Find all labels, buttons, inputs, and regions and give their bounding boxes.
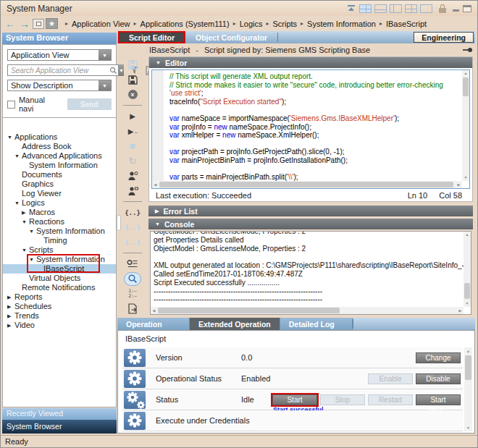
console-output[interactable]: ObjectModel : GmsLicenseMode, Properties… bbox=[150, 231, 471, 315]
find-icon[interactable] bbox=[124, 272, 141, 286]
user-assign-icon[interactable] bbox=[124, 169, 141, 183]
user-remove-icon[interactable] bbox=[124, 185, 141, 198]
scroll-left-icon[interactable]: ◀ bbox=[152, 181, 159, 188]
export-page-icon[interactable] bbox=[124, 302, 141, 316]
collapse-icon[interactable]: ▼ bbox=[14, 151, 22, 161]
breadcrumb-item[interactable]: Scripts bbox=[272, 20, 297, 28]
console-horizontal-scrollbar[interactable]: ◀ ▶ bbox=[151, 307, 464, 314]
editor-header[interactable]: ▼ Editor bbox=[149, 57, 472, 68]
stop-icon[interactable]: ■ bbox=[124, 139, 141, 153]
engineering-mode-button[interactable]: Engineering bbox=[414, 32, 474, 43]
tree-item-scripts[interactable]: ▼Scripts bbox=[3, 245, 116, 255]
console-header[interactable]: ▼ Console bbox=[148, 219, 473, 229]
stop-button[interactable]: Stop bbox=[320, 394, 365, 405]
tab-detailed-log[interactable]: Detailed Log bbox=[280, 318, 353, 330]
editor-horizontal-scrollbar[interactable]: ◀ ▶ bbox=[152, 181, 462, 188]
snippet-export-icon[interactable]: {..} bbox=[124, 236, 141, 250]
collapse-icon[interactable]: ▼ bbox=[29, 227, 36, 236]
layout-bottom-icon[interactable] bbox=[374, 4, 387, 13]
scroll-up-icon[interactable]: ▲ bbox=[464, 232, 471, 238]
scrollbar-thumb[interactable] bbox=[465, 355, 471, 380]
tree-item-reactions[interactable]: ▼Reactions bbox=[3, 217, 116, 227]
back-button[interactable]: ← bbox=[4, 18, 17, 30]
scroll-down-icon[interactable]: ▼ bbox=[464, 424, 472, 431]
tree-item-timing[interactable]: Timing bbox=[3, 236, 116, 245]
breadcrumb-item[interactable]: IBaseScript bbox=[386, 20, 427, 28]
tree-item-advanced-applications[interactable]: ▼Advanced Applications bbox=[3, 151, 116, 161]
editor-vertical-scrollbar[interactable]: ▲ ▼ bbox=[462, 70, 469, 181]
search-input[interactable] bbox=[8, 65, 109, 75]
recently-viewed-bar[interactable]: Recently Viewed bbox=[2, 408, 117, 420]
tree-item-applications[interactable]: ▼Applications bbox=[3, 132, 116, 142]
layout-single-icon[interactable] bbox=[420, 4, 432, 13]
system-browser-bottom-bar[interactable]: System Browser bbox=[2, 420, 117, 434]
collapse-icon[interactable]: ▼ bbox=[155, 221, 160, 227]
console-vertical-scrollbar[interactable]: ▲ ▼ bbox=[464, 232, 471, 307]
expand-icon[interactable]: ▶ bbox=[7, 311, 14, 321]
tab-object-configurator[interactable]: Object Configurator bbox=[185, 31, 277, 43]
enable-button[interactable]: Enable bbox=[368, 373, 413, 384]
tree-item-schedules[interactable]: ▶Schedules bbox=[3, 302, 116, 311]
tree-item-graphics[interactable]: Graphics bbox=[3, 179, 116, 189]
scrollbar-thumb[interactable] bbox=[159, 182, 453, 187]
run-icon[interactable]: ▶ bbox=[124, 109, 141, 123]
layout-quad-icon[interactable] bbox=[405, 4, 417, 13]
save-icon[interactable] bbox=[124, 58, 141, 72]
line-numbers-icon[interactable]: 1:—2:— bbox=[124, 287, 141, 301]
tab-script-editor[interactable]: Script Editor bbox=[118, 31, 185, 43]
tab-operation[interactable]: Operation bbox=[117, 318, 190, 330]
snippet-run-icon[interactable]: {..} bbox=[124, 206, 141, 219]
restart-button[interactable]: Restart bbox=[368, 394, 413, 405]
expand-icon[interactable]: ▶ bbox=[7, 302, 14, 311]
expand-icon[interactable]: ▶ bbox=[7, 321, 14, 330]
tree-item-ibasescript[interactable]: IBaseScript bbox=[3, 264, 116, 274]
code-lines[interactable]: // This script will generate XML output … bbox=[169, 72, 461, 189]
tree-item-macros[interactable]: ▶Macros bbox=[3, 208, 116, 217]
send-button[interactable]: Send bbox=[67, 98, 112, 110]
save-as-icon[interactable] bbox=[124, 73, 141, 87]
tree-item-virtual-objects[interactable]: Virtual Objects bbox=[3, 274, 116, 283]
script-settings-icon[interactable] bbox=[124, 257, 141, 271]
start-button[interactable]: Start bbox=[272, 394, 317, 405]
scroll-down-icon[interactable]: ▼ bbox=[462, 174, 469, 181]
scroll-down-icon[interactable]: ▼ bbox=[464, 300, 471, 307]
breadcrumb-item[interactable]: Applications (System111) bbox=[141, 20, 230, 28]
tree-item-reports[interactable]: ▶Reports bbox=[3, 292, 116, 302]
tree-item-trends[interactable]: ▶Trends bbox=[3, 311, 116, 321]
collapse-icon[interactable]: ▼ bbox=[22, 245, 29, 255]
collapse-icon[interactable]: ▼ bbox=[14, 198, 22, 208]
disable-button[interactable]: Disable bbox=[416, 373, 461, 384]
collapse-icon[interactable]: ▼ bbox=[22, 217, 29, 227]
chevron-down-icon[interactable]: ▼ bbox=[98, 50, 111, 60]
minimize-button[interactable] bbox=[453, 5, 460, 12]
run-with-options-icon[interactable]: ▶... bbox=[124, 124, 141, 138]
manual-nav-checkbox[interactable] bbox=[7, 101, 15, 109]
start-with-button[interactable]: Start with... bbox=[416, 394, 461, 405]
scrollbar-thumb[interactable] bbox=[464, 283, 470, 299]
maximize-button[interactable] bbox=[463, 5, 471, 12]
tree-item-logics[interactable]: ▼Logics bbox=[3, 198, 116, 208]
description-select[interactable]: Show Description ▼ bbox=[7, 80, 112, 91]
forward-button[interactable]: → bbox=[18, 18, 31, 30]
recent-locations-button[interactable] bbox=[33, 19, 44, 29]
scrollbar-thumb[interactable] bbox=[463, 77, 469, 96]
tree-item-documents[interactable]: Documents bbox=[3, 170, 116, 179]
redo-icon[interactable]: ↻ bbox=[124, 154, 141, 168]
code-editor[interactable]: // This script will generate XML output … bbox=[151, 69, 470, 189]
scroll-right-icon[interactable]: ▶ bbox=[457, 307, 464, 314]
scroll-left-icon[interactable]: ◀ bbox=[151, 307, 157, 314]
view-select[interactable]: Application View ▼ bbox=[7, 49, 112, 61]
search-box[interactable] bbox=[7, 64, 119, 76]
expand-icon[interactable]: ▶ bbox=[155, 208, 159, 214]
scrollbar-thumb[interactable] bbox=[158, 308, 340, 313]
collapse-icon[interactable]: ▼ bbox=[29, 255, 36, 264]
tree-item-remote-notifications[interactable]: Remote Notifications bbox=[3, 283, 116, 292]
operation-vertical-scrollbar[interactable]: ▲ ▼ bbox=[464, 347, 472, 431]
collapse-icon[interactable]: ▼ bbox=[7, 132, 14, 142]
scroll-right-icon[interactable]: ▶ bbox=[456, 181, 462, 188]
tree-item-address-book[interactable]: Address Book bbox=[3, 142, 116, 151]
breadcrumb-item[interactable]: Logics bbox=[240, 20, 263, 28]
breadcrumb-item[interactable]: System Information bbox=[307, 20, 376, 28]
tree-item-video[interactable]: ▶Video bbox=[3, 321, 116, 330]
expand-icon[interactable]: ▶ bbox=[7, 292, 14, 302]
